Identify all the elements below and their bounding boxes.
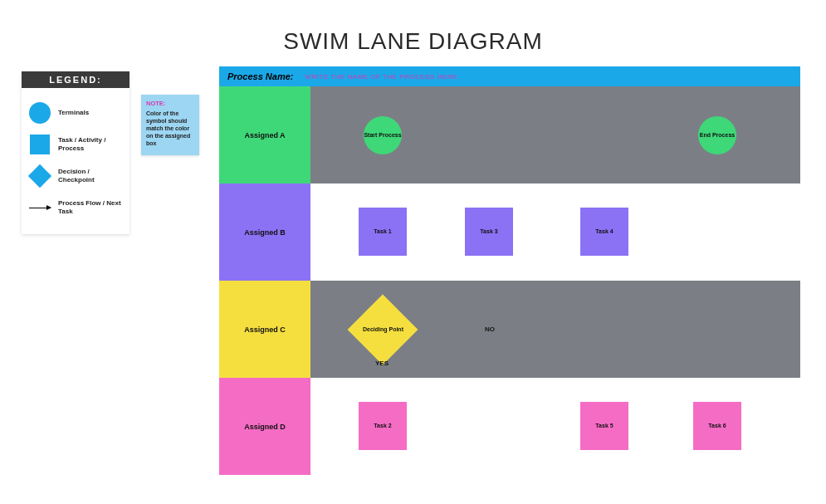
note-text: Color of the symbol should match the col… — [146, 110, 194, 147]
node-task2[interactable]: Task 2 — [359, 402, 407, 450]
lane-header-c[interactable]: Assigned C — [219, 281, 310, 378]
node-task5[interactable]: Task 5 — [580, 402, 628, 450]
legend-row-task: Task / Activity / Process — [27, 131, 125, 158]
lane-body-b: Task 1 Task 3 Task 4 — [310, 183, 800, 281]
node-decision[interactable]: Deciding Point — [348, 295, 418, 365]
lane-c: Assigned C Deciding Point YES NO — [219, 281, 800, 378]
arrow-icon — [27, 194, 53, 221]
process-name-placeholder[interactable]: WRITE THE NAME OF THE PROCESS HERE. — [305, 73, 460, 81]
lane-header-b[interactable]: Assigned B — [219, 183, 310, 281]
circle-icon — [27, 100, 53, 126]
legend-label: Process Flow / Next Task — [58, 199, 125, 215]
diagram-card: SWIM LANE DIAGRAM LEGEND: Terminals Task… — [3, 3, 823, 501]
decision-yes-label: YES — [375, 360, 389, 367]
lane-d: Assigned D Task 2 Task 5 Task 6 — [219, 378, 800, 475]
lane-b: Assigned B Task 1 Task 3 Task 4 — [219, 183, 800, 281]
legend-row-decision: Decision / Checkpoint — [27, 163, 125, 189]
legend-panel: LEGEND: Terminals Task / Activity / Proc… — [22, 71, 130, 234]
process-name-bar: Process Name: WRITE THE NAME OF THE PROC… — [219, 66, 800, 86]
legend-row-flow: Process Flow / Next Task — [27, 194, 125, 221]
legend-body: Terminals Task / Activity / Process Deci… — [22, 88, 130, 234]
lane-header-a[interactable]: Assigned A — [219, 86, 310, 183]
lane-body-d: Task 2 Task 5 Task 6 — [310, 378, 800, 475]
process-name-label: Process Name: — [227, 71, 294, 81]
diamond-icon — [27, 163, 53, 189]
page-title: SWIM LANE DIAGRAM — [3, 28, 823, 55]
square-icon — [27, 131, 53, 158]
node-end-terminal[interactable]: End Process — [698, 116, 736, 154]
node-task3[interactable]: Task 3 — [465, 208, 513, 256]
node-task6[interactable]: Task 6 — [693, 402, 741, 450]
lane-header-d[interactable]: Assigned D — [219, 378, 310, 475]
legend-label: Terminals — [58, 109, 89, 117]
node-task1[interactable]: Task 1 — [359, 208, 407, 256]
node-task4[interactable]: Task 4 — [580, 208, 628, 256]
note-sticky: NOTE: Color of the symbol should match t… — [141, 95, 199, 155]
lane-body-c: Deciding Point YES NO — [310, 281, 800, 378]
legend-row-terminals: Terminals — [27, 100, 125, 126]
swimlane-diagram: Process Name: WRITE THE NAME OF THE PROC… — [219, 66, 800, 475]
legend-label: Task / Activity / Process — [58, 136, 125, 152]
decision-no-label: NO — [485, 325, 495, 333]
legend-label: Decision / Checkpoint — [58, 168, 125, 183]
node-start-terminal[interactable]: Start Process — [364, 116, 402, 154]
lane-a: Assigned A Start Process End Process — [219, 86, 800, 183]
lane-body-a: Start Process End Process — [310, 86, 800, 183]
note-header: NOTE: — [146, 100, 194, 108]
legend-header: LEGEND: — [22, 71, 130, 88]
lanes-container: Assigned A Start Process End Process Ass… — [219, 86, 800, 475]
